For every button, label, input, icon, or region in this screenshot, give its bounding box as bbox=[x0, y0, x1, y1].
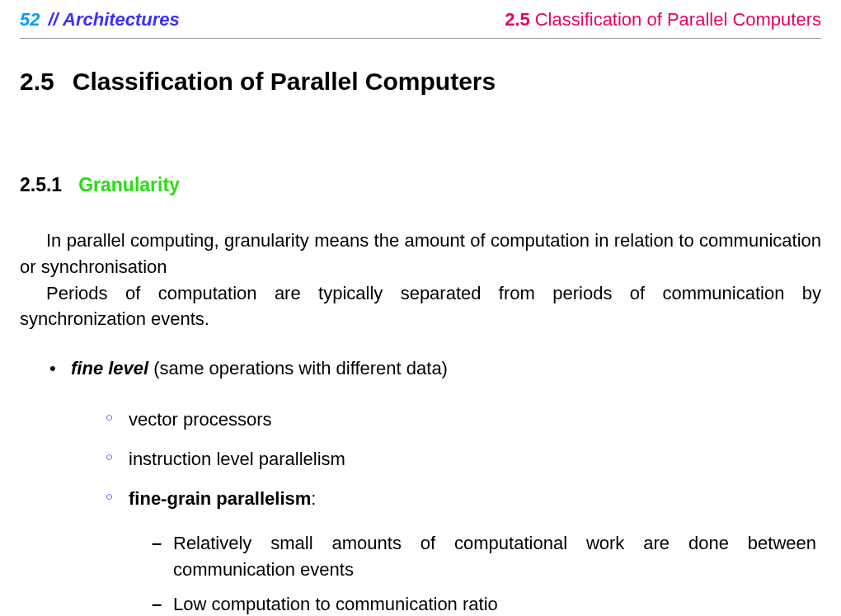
fine-grain-colon: : bbox=[311, 488, 316, 509]
page-content: 52 // Architectures 2.5 Classification o… bbox=[0, 0, 841, 616]
paragraph-1: In parallel computing, granularity means… bbox=[20, 228, 821, 280]
running-head-right: 2.5 Classification of Parallel Computers bbox=[505, 7, 821, 33]
list-item-fine-grain: fine-grain parallelism: Relatively small… bbox=[129, 486, 821, 616]
list-item: vector processors bbox=[129, 407, 821, 433]
fine-grain-label: fine-grain parallelism bbox=[129, 488, 311, 509]
running-head-section-title: Classification of Parallel Computers bbox=[535, 7, 821, 33]
running-head-left: 52 // Architectures bbox=[20, 7, 180, 33]
bullet-list: fine level (same operations with differe… bbox=[20, 355, 821, 616]
list-item: Low computation to communication ratio bbox=[173, 591, 821, 616]
section-heading: 2.5 Classification of Parallel Computers bbox=[20, 63, 821, 100]
running-head: 52 // Architectures 2.5 Classification o… bbox=[20, 0, 821, 39]
section-title: Classification of Parallel Computers bbox=[73, 63, 496, 100]
chapter-label: // Architectures bbox=[48, 7, 179, 33]
body-text: In parallel computing, granularity means… bbox=[20, 228, 821, 333]
section-number: 2.5 bbox=[20, 63, 54, 100]
paragraph-2: Periods of computation are typically sep… bbox=[20, 280, 821, 333]
subsection-heading: 2.5.1 Granularity bbox=[20, 172, 821, 199]
dash-list: Relatively small amounts of computationa… bbox=[129, 530, 821, 616]
page-number: 52 bbox=[20, 7, 40, 33]
subsection-title: Granularity bbox=[78, 172, 180, 199]
list-item: Relatively small amounts of computationa… bbox=[173, 530, 821, 583]
fine-level-label: fine level bbox=[71, 358, 148, 379]
sub-list: vector processors instruction level para… bbox=[71, 407, 821, 616]
running-head-section-number: 2.5 bbox=[505, 7, 530, 33]
subsection-number: 2.5.1 bbox=[20, 172, 62, 199]
list-item-fine-level: fine level (same operations with differe… bbox=[71, 355, 821, 616]
fine-level-suffix: (same operations with different data) bbox=[148, 358, 448, 379]
list-item: instruction level parallelism bbox=[129, 446, 821, 473]
